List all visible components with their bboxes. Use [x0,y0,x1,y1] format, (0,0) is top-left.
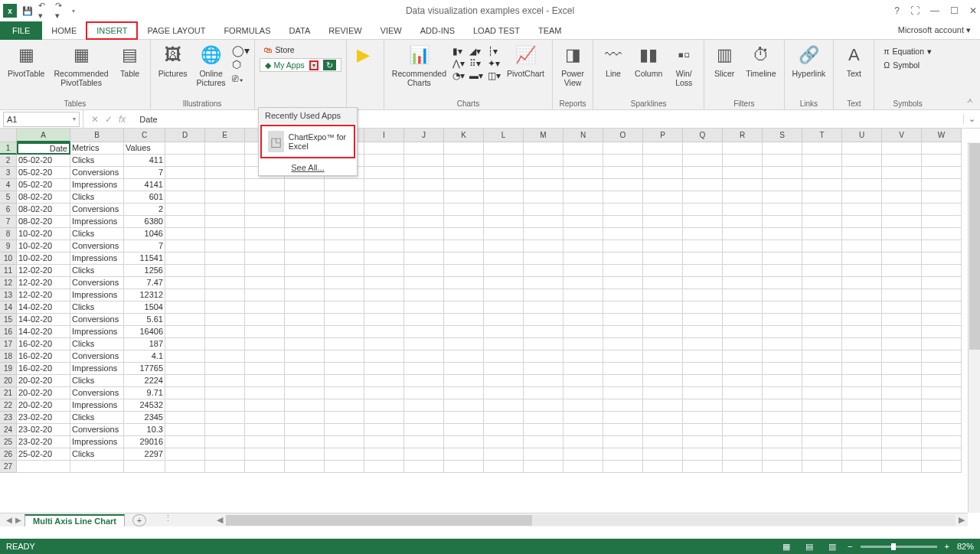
cell[interactable] [404,461,444,473]
cell[interactable] [325,216,364,228]
cell[interactable]: 6380 [124,216,165,228]
my-apps-refresh-icon[interactable]: ↻ [323,60,336,70]
cell[interactable] [643,265,683,277]
cell[interactable] [285,253,325,265]
cell[interactable] [285,461,325,473]
cell[interactable] [842,216,882,228]
cell[interactable] [364,301,404,314]
add-sheet-button[interactable]: + [132,514,146,526]
cell[interactable] [205,179,245,191]
collapse-ribbon-icon[interactable]: ㅅ [966,96,974,106]
cell[interactable] [842,350,882,363]
row-header[interactable]: 1 [0,142,17,155]
cell[interactable] [564,412,603,424]
cell[interactable] [285,301,325,314]
cell[interactable] [603,448,643,461]
cell[interactable]: Impressions [70,436,124,448]
cell[interactable] [524,253,564,265]
cell[interactable]: Clicks [70,412,124,424]
cell[interactable] [325,375,364,387]
cell[interactable] [484,326,524,338]
cell[interactable] [802,277,842,289]
column-header[interactable]: M [524,129,564,142]
cell[interactable] [922,179,962,191]
cell[interactable] [364,448,404,461]
text-button[interactable]: AText [838,41,869,80]
cell[interactable]: Clicks [70,338,124,350]
cell[interactable] [723,314,763,326]
zoom-out-button[interactable]: − [848,542,852,551]
cell[interactable] [802,436,842,448]
cell[interactable]: 14-02-20 [17,326,70,338]
column-header[interactable]: D [165,129,205,142]
cell[interactable] [683,461,723,473]
cell[interactable] [364,314,404,326]
cell[interactable] [524,350,564,363]
cell[interactable]: 16-02-20 [17,350,70,363]
cell[interactable] [524,191,564,204]
cell[interactable] [802,301,842,314]
cell[interactable] [723,191,763,204]
cell[interactable] [564,436,603,448]
cell[interactable] [325,240,364,253]
cell[interactable] [404,167,444,179]
cell[interactable] [603,436,643,448]
cell[interactable]: 5.61 [124,314,165,326]
cell[interactable] [245,338,285,350]
cell[interactable] [285,436,325,448]
cell[interactable] [842,301,882,314]
cell[interactable] [364,277,404,289]
cell[interactable] [723,253,763,265]
help-icon[interactable]: ? [894,5,900,16]
cell[interactable] [325,412,364,424]
maximize-icon[interactable]: ☐ [950,5,959,16]
row-header[interactable]: 4 [0,179,17,191]
cell[interactable] [404,265,444,277]
cell[interactable] [524,448,564,461]
row-header[interactable]: 15 [0,314,17,326]
cell[interactable] [444,277,484,289]
cell[interactable] [802,461,842,473]
cell[interactable]: Date [17,142,70,155]
cell[interactable] [325,265,364,277]
cell[interactable] [683,240,723,253]
cell[interactable] [683,142,723,155]
cell[interactable] [285,228,325,240]
cell[interactable] [723,216,763,228]
fx-icon[interactable]: fx [119,114,126,125]
cell[interactable] [205,424,245,436]
cell[interactable] [763,387,802,399]
cell[interactable] [364,424,404,436]
cell[interactable] [723,338,763,350]
cell[interactable] [802,216,842,228]
cell[interactable] [245,424,285,436]
column-header[interactable]: V [882,129,922,142]
cell[interactable] [165,436,205,448]
radar-chart-icon[interactable]: ✦▾ [488,58,501,69]
cell[interactable] [723,461,763,473]
row-header[interactable]: 20 [0,375,17,387]
cell[interactable] [763,461,802,473]
cell[interactable] [524,216,564,228]
cell[interactable] [245,387,285,399]
cell[interactable] [205,265,245,277]
sparkline-winloss-button[interactable]: ▪▫Win/Loss [668,41,699,89]
cell[interactable] [564,228,603,240]
cell[interactable] [404,155,444,167]
cell[interactable] [364,289,404,301]
equation-button[interactable]: πEquation ▾ [879,46,936,57]
cell[interactable] [564,461,603,473]
cell[interactable] [723,375,763,387]
column-header[interactable]: J [404,129,444,142]
cell[interactable] [165,314,205,326]
cell[interactable] [643,204,683,216]
cell[interactable] [683,363,723,375]
cell[interactable] [842,387,882,399]
column-header[interactable]: Q [683,129,723,142]
cell[interactable] [364,412,404,424]
cell[interactable] [524,228,564,240]
cell[interactable] [484,350,524,363]
cell[interactable] [484,314,524,326]
cell[interactable] [484,387,524,399]
cell[interactable] [922,167,962,179]
